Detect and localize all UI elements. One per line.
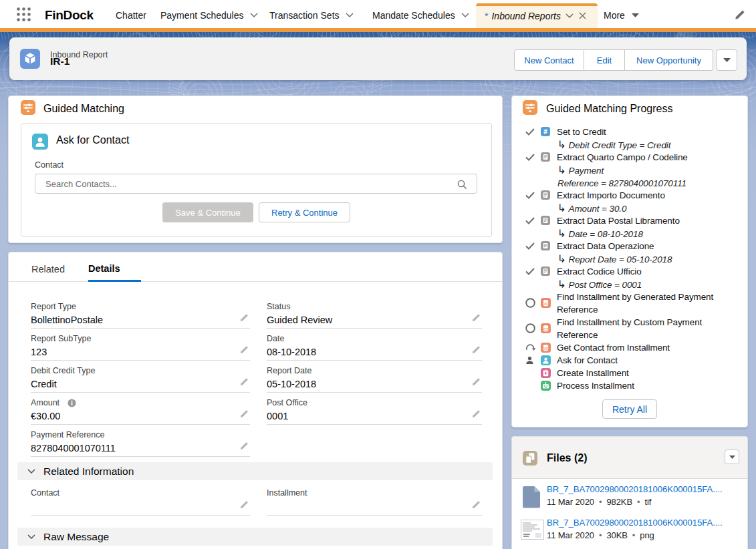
svg-text:#: # — [543, 128, 547, 136]
